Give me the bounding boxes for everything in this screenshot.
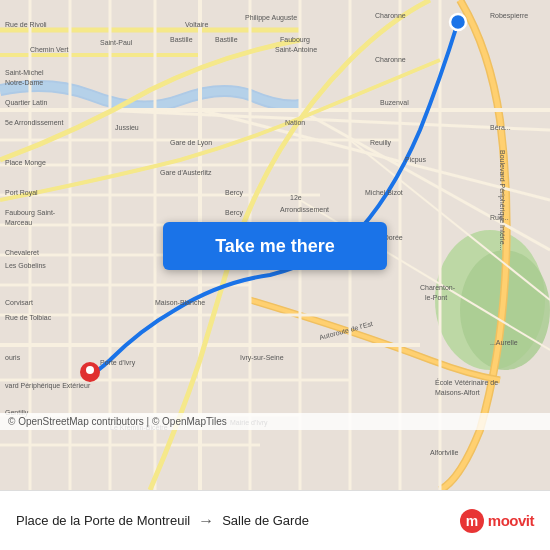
bottom-bar: Place de la Porte de Montreuil → Salle d… xyxy=(0,490,550,550)
svg-text:vard Périphérique Extérieur: vard Périphérique Extérieur xyxy=(5,382,91,390)
svg-text:5e Arrondissement: 5e Arrondissement xyxy=(5,119,63,126)
svg-text:Alfortville: Alfortville xyxy=(430,449,459,456)
svg-text:Voltaire: Voltaire xyxy=(185,21,208,28)
svg-text:Notre-Dame: Notre-Dame xyxy=(5,79,43,86)
svg-text:Saint-Paul: Saint-Paul xyxy=(100,39,133,46)
svg-text:Marceau: Marceau xyxy=(5,219,32,226)
svg-text:Robespierre: Robespierre xyxy=(490,12,528,20)
svg-text:Charonne: Charonne xyxy=(375,12,406,19)
svg-text:Boulevard Périphérique Intérie: Boulevard Périphérique Intérie... xyxy=(498,150,506,250)
svg-text:Faubourg: Faubourg xyxy=(280,36,310,44)
svg-text:Gare de Lyon: Gare de Lyon xyxy=(170,139,212,147)
svg-text:Michel Bizot: Michel Bizot xyxy=(365,189,403,196)
svg-text:Quartier Latin: Quartier Latin xyxy=(5,99,48,107)
svg-text:Corvisart: Corvisart xyxy=(5,299,33,306)
svg-text:Maisons-Alfort: Maisons-Alfort xyxy=(435,389,480,396)
svg-point-91 xyxy=(86,366,94,374)
take-me-there-button[interactable]: Take me there xyxy=(163,222,387,270)
svg-text:Bastille: Bastille xyxy=(215,36,238,43)
svg-text:Bastille: Bastille xyxy=(170,36,193,43)
svg-text:Chemin Vert: Chemin Vert xyxy=(30,46,69,53)
svg-text:Jussieu: Jussieu xyxy=(115,124,139,131)
svg-text:Faubourg Saint-: Faubourg Saint- xyxy=(5,209,56,217)
destination-text: Salle de Garde xyxy=(222,513,309,528)
svg-text:Saint-Antoine: Saint-Antoine xyxy=(275,46,317,53)
svg-text:12e: 12e xyxy=(290,194,302,201)
arrow-icon: → xyxy=(198,512,214,530)
svg-text:Maison-Blanche: Maison-Blanche xyxy=(155,299,205,306)
svg-text:Rue de Tolbiac: Rue de Tolbiac xyxy=(5,314,52,321)
svg-text:Porte d'Ivry: Porte d'Ivry xyxy=(100,359,136,367)
svg-point-89 xyxy=(450,14,466,30)
svg-text:m: m xyxy=(466,513,478,529)
moovit-brand-text: moovit xyxy=(488,512,534,529)
map-attribution: © OpenStreetMap contributors | © OpenMap… xyxy=(0,413,550,430)
svg-text:Nation: Nation xyxy=(285,119,305,126)
svg-text:Saint-Michel: Saint-Michel xyxy=(5,69,44,76)
svg-text:Philippe Auguste: Philippe Auguste xyxy=(245,14,297,22)
svg-text:École Vétérinaire de: École Vétérinaire de xyxy=(435,378,498,386)
svg-text:Buzenval: Buzenval xyxy=(380,99,409,106)
svg-text:Charonne: Charonne xyxy=(375,56,406,63)
svg-text:ouris: ouris xyxy=(5,354,21,361)
svg-text:Rue...: Rue... xyxy=(490,214,509,221)
svg-text:le-Pont: le-Pont xyxy=(425,294,447,301)
svg-text:Béra...: Béra... xyxy=(490,124,511,131)
moovit-logo-icon: m xyxy=(460,509,484,533)
svg-text:Place Monge: Place Monge xyxy=(5,159,46,167)
svg-text:Ivry-sur-Seine: Ivry-sur-Seine xyxy=(240,354,284,362)
svg-text:Port Royal: Port Royal xyxy=(5,189,38,197)
svg-text:Reuilly: Reuilly xyxy=(370,139,392,147)
svg-text:...Aurelle: ...Aurelle xyxy=(490,339,518,346)
svg-text:Rue de Rivoli: Rue de Rivoli xyxy=(5,21,47,28)
map-container: Rue de Rivoli Chemin Vert Voltaire Phili… xyxy=(0,0,550,490)
svg-text:Gare d'Austerlitz: Gare d'Austerlitz xyxy=(160,169,212,176)
svg-text:Arrondissement: Arrondissement xyxy=(280,206,329,213)
svg-text:Bercy: Bercy xyxy=(225,209,243,217)
route-info: Place de la Porte de Montreuil → Salle d… xyxy=(16,512,460,530)
svg-text:Bercy: Bercy xyxy=(225,189,243,197)
svg-text:Chevaleret: Chevaleret xyxy=(5,249,39,256)
moovit-logo: m moovit xyxy=(460,509,534,533)
origin-text: Place de la Porte de Montreuil xyxy=(16,513,190,528)
svg-text:Charenton-: Charenton- xyxy=(420,284,456,291)
svg-text:Picpus: Picpus xyxy=(405,156,427,164)
svg-text:Les Gobelins: Les Gobelins xyxy=(5,262,46,269)
